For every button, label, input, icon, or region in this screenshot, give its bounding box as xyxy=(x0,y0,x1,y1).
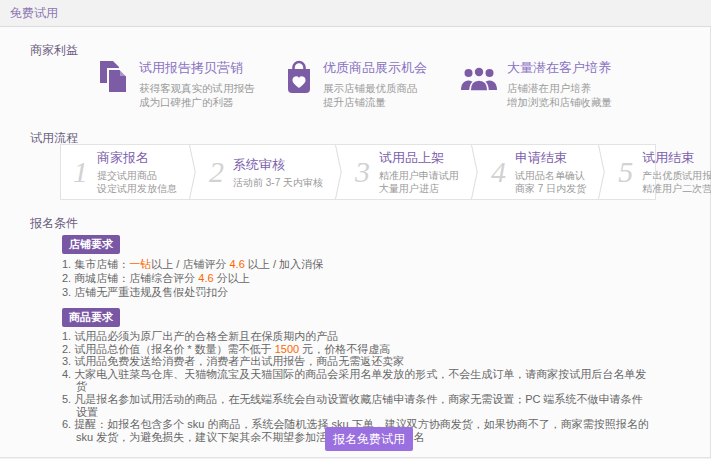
apply-free-trial-button[interactable]: 报名免费试用 xyxy=(325,427,413,451)
benefit-line: 成为口碑推广的利器 xyxy=(139,95,255,109)
step-application-end: 4 申请结束 试用品名单确认 商家 7 日内发货 xyxy=(479,145,586,199)
benefit-line: 增加浏览和店铺收藏量 xyxy=(507,95,612,109)
product-showcase-icon xyxy=(284,59,314,99)
benefits-row: 试用报告拷贝营销 获得客观真实的试用报告 成为口碑推广的利器 优质商品展示机会 … xyxy=(96,59,670,109)
benefits-section-title: 商家利益 xyxy=(30,42,78,59)
chevron-right-icon xyxy=(459,145,471,199)
step-number: 4 xyxy=(491,157,506,187)
step-title: 商家报名 xyxy=(97,149,177,167)
step-text: 试用结束 产出优质试用报告 精准用户二次营销 xyxy=(642,149,711,195)
shop-rule-3: 3. 店铺无严重违规及售假处罚扣分 xyxy=(62,285,652,299)
step-number: 2 xyxy=(209,157,224,187)
conditions-section-title: 报名条件 xyxy=(30,215,78,232)
benefit-text: 试用报告拷贝营销 获得客观真实的试用报告 成为口碑推广的利器 xyxy=(139,59,255,109)
step-line: 产出优质试用报告 xyxy=(642,169,711,182)
benefit-line: 提升店铺流量 xyxy=(323,95,427,109)
step-line: 大量用户进店 xyxy=(379,182,459,195)
benefit-title: 优质商品展示机会 xyxy=(323,59,427,77)
step-line: 试用品名单确认 xyxy=(515,169,586,182)
product-rule-4: 4. 大家电入驻菜鸟仓库、天猫物流宝及天猫国际的商品会采用名单发放的形式，不会生… xyxy=(62,368,652,393)
step-line: 设定试用发放信息 xyxy=(97,182,177,195)
step-item-listed: 3 试用品上架 精准用户申请试用 大量用户进店 xyxy=(343,145,459,199)
main-content: 商家利益 试用报告拷贝营销 获得客观真实的试用报告 成为口碑推广的利器 xyxy=(0,27,711,458)
product-requirements-badge: 商品要求 xyxy=(62,308,120,327)
chevron-right-icon xyxy=(177,145,189,199)
chevron-right-icon xyxy=(586,145,598,199)
step-trial-end: 5 试用结束 产出优质试用报告 精准用户二次营销 xyxy=(606,145,711,199)
step-number: 1 xyxy=(73,157,88,187)
product-rule-1: 1. 试用品必须为原厂出产的合格全新且在保质期内的产品 xyxy=(62,330,652,343)
step-title: 申请结束 xyxy=(515,149,586,167)
product-rule-2: 2. 试用品总价值（报名价 * 数量）需不低于 1500 元，价格不得虚高 xyxy=(62,343,652,356)
step-number: 5 xyxy=(618,157,633,187)
step-text: 试用品上架 精准用户申请试用 大量用户进店 xyxy=(379,149,459,195)
process-steps: 1 商家报名 提交试用商品 设定试用发放信息 2 系统审核 活动前 3-7 天内… xyxy=(60,144,656,200)
report-copy-icon xyxy=(96,59,130,99)
shop-requirements-badge: 店铺要求 xyxy=(62,235,120,254)
benefit-line: 展示店铺最优质商品 xyxy=(323,81,427,95)
step-line: 精准用户申请试用 xyxy=(379,169,459,182)
step-merchant-signup: 1 商家报名 提交试用商品 设定试用发放信息 xyxy=(61,145,177,199)
step-system-review: 2 系统审核 活动前 3-7 天内审核 xyxy=(197,145,323,199)
step-title: 试用品上架 xyxy=(379,149,459,167)
step-text: 商家报名 提交试用商品 设定试用发放信息 xyxy=(97,149,177,195)
product-rule-3: 3. 试用品免费发送给消费者，消费者产出试用报告，商品无需返还卖家 xyxy=(62,355,652,368)
benefit-product-showcase: 优质商品展示机会 展示店铺最优质商品 提升店铺流量 xyxy=(284,59,460,109)
step-number: 3 xyxy=(355,157,370,187)
step-line: 商家 7 日内发货 xyxy=(515,182,586,195)
customer-growth-icon xyxy=(460,64,498,98)
step-text: 申请结束 试用品名单确认 商家 7 日内发货 xyxy=(515,149,586,195)
shop-rule-2: 2. 商城店铺：店铺综合评分 4.6 分以上 xyxy=(62,271,652,285)
shop-rule-1: 1. 集市店铺：一钻以上 / 店铺评分 4.6 以上 / 加入消保 xyxy=(62,257,652,271)
step-line: 精准用户二次营销 xyxy=(642,182,711,195)
step-text: 系统审核 活动前 3-7 天内审核 xyxy=(233,156,323,189)
benefit-line: 获得客观真实的试用报告 xyxy=(139,81,255,95)
page-title: 免费试用 xyxy=(0,0,711,27)
benefit-line: 店铺潜在用户培养 xyxy=(507,81,612,95)
step-title: 试用结束 xyxy=(642,149,711,167)
chevron-right-icon xyxy=(323,145,335,199)
shop-requirements-list: 1. 集市店铺：一钻以上 / 店铺评分 4.6 以上 / 加入消保 2. 商城店… xyxy=(62,257,652,299)
benefit-report-copy: 试用报告拷贝营销 获得客观真实的试用报告 成为口碑推广的利器 xyxy=(96,59,284,109)
step-line: 活动前 3-7 天内审核 xyxy=(233,176,323,189)
benefit-customer-growth: 大量潜在客户培养 店铺潜在用户培养 增加浏览和店铺收藏量 xyxy=(460,59,670,109)
step-line: 提交试用商品 xyxy=(97,169,177,182)
product-rule-5: 5. 凡是报名参加试用活动的商品，在无线端系统会自动设置收藏店铺申请条件，商家无… xyxy=(62,393,652,418)
benefit-title: 试用报告拷贝营销 xyxy=(139,59,255,77)
benefit-text: 大量潜在客户培养 店铺潜在用户培养 增加浏览和店铺收藏量 xyxy=(507,59,612,109)
benefit-text: 优质商品展示机会 展示店铺最优质商品 提升店铺流量 xyxy=(323,59,427,109)
step-title: 系统审核 xyxy=(233,156,323,174)
benefit-title: 大量潜在客户培养 xyxy=(507,59,612,77)
